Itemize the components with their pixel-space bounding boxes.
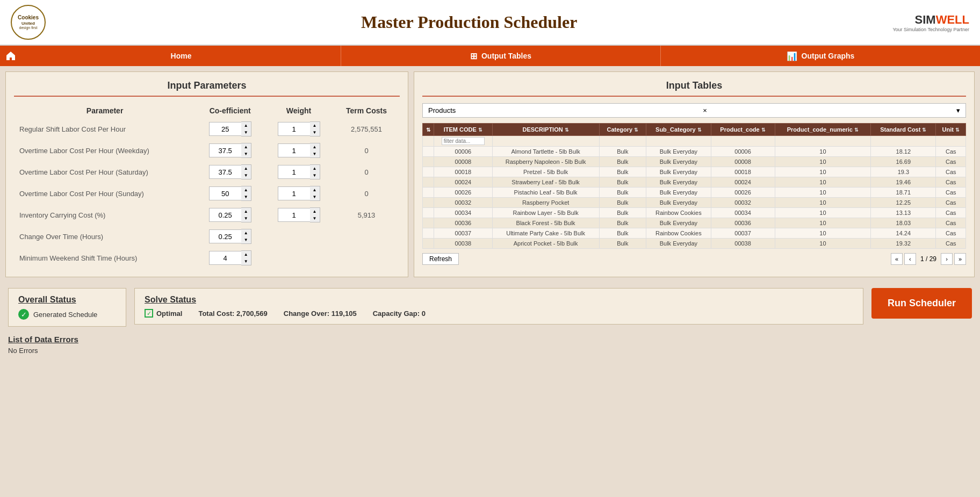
coefficient-input[interactable] [209,208,241,222]
refresh-button[interactable]: Refresh [422,253,459,265]
coefficient-spinner[interactable]: ▲▼ [201,121,259,136]
table-col-header[interactable]: Category ⇅ [599,124,646,136]
next-page-button[interactable]: › [941,253,953,265]
table-col-header[interactable]: Product_code ⇅ [711,124,775,136]
table-cell: Bulk [599,239,646,249]
weight-input[interactable] [278,186,310,200]
param-weight-cell[interactable]: ▲▼ [264,118,333,140]
weight-spinner-btns[interactable]: ▲▼ [310,143,320,158]
spinner-down[interactable]: ▼ [241,193,251,200]
spinner-btns[interactable]: ▲▼ [241,186,251,201]
param-coefficient-cell[interactable]: ▲▼ [196,161,264,183]
spinner-up[interactable]: ▲ [241,208,251,215]
table-col-header[interactable]: Standard Cost ⇅ [871,124,936,136]
sort-col-header[interactable]: ⇅ [423,124,434,136]
weight-spinner-btns[interactable]: ▲▼ [310,121,320,136]
last-page-button[interactable]: » [954,253,966,265]
spinner-down[interactable]: ▼ [241,172,251,179]
weight-spinner[interactable]: ▲▼ [270,164,328,179]
spinner-up[interactable]: ▲ [241,143,251,150]
prev-page-button[interactable]: ‹ [904,253,916,265]
param-coefficient-cell[interactable]: ▲▼ [196,226,264,247]
home-icon-btn[interactable] [0,46,21,66]
param-weight-cell[interactable] [264,226,333,247]
data-table-container[interactable]: ⇅ITEM CODE ⇅DESCRIPTION ⇅Category ⇅Sub_C… [422,123,966,249]
spinner-up[interactable]: ▲ [241,165,251,172]
coefficient-input[interactable] [209,143,241,157]
weight-spinner-down[interactable]: ▼ [310,193,320,200]
weight-spinner-up[interactable]: ▲ [310,143,320,150]
param-coefficient-cell[interactable]: ▲▼ [196,118,264,140]
spinner-up[interactable]: ▲ [241,122,251,129]
page-separator: / [926,255,929,263]
run-scheduler-button[interactable]: Run Scheduler [871,288,972,319]
weight-spinner-btns[interactable]: ▲▼ [310,186,320,201]
weight-input[interactable] [278,122,310,136]
spinner-btns[interactable]: ▲▼ [241,121,251,136]
weight-spinner-up[interactable]: ▲ [310,208,320,215]
param-weight-cell[interactable]: ▲▼ [264,161,333,183]
nav-output-graphs[interactable]: 📊 Output Graphs [661,46,980,66]
spinner-btns[interactable]: ▲▼ [241,250,251,265]
param-weight-cell[interactable]: ▲▼ [264,183,333,204]
param-coefficient-cell[interactable]: ▲▼ [196,183,264,204]
weight-spinner-down[interactable]: ▼ [310,215,320,222]
weight-input[interactable] [278,143,310,157]
table-col-header[interactable]: ITEM CODE ⇅ [434,124,493,136]
coefficient-input[interactable] [209,122,241,136]
weight-spinner[interactable]: ▲▼ [270,186,328,201]
spinner-btns[interactable]: ▲▼ [241,207,251,222]
dropdown-x-icon[interactable]: × [703,106,707,114]
spinner-down[interactable]: ▼ [241,150,251,157]
param-weight-cell[interactable] [264,247,333,269]
products-dropdown[interactable]: Products × ▾ [422,103,966,118]
coefficient-spinner[interactable]: ▲▼ [201,250,259,265]
weight-spinner[interactable]: ▲▼ [270,121,328,136]
filter-input[interactable] [442,137,485,145]
first-page-button[interactable]: « [891,253,903,265]
weight-spinner-btns[interactable]: ▲▼ [310,207,320,222]
table-col-header[interactable]: Sub_Category ⇅ [646,124,711,136]
spinner-btns[interactable]: ▲▼ [241,164,251,179]
coefficient-input[interactable] [209,229,241,243]
coefficient-spinner[interactable]: ▲▼ [201,143,259,158]
weight-spinner-down[interactable]: ▼ [310,172,320,179]
table-col-header[interactable]: Product_code_numeric ⇅ [775,124,871,136]
weight-spinner-btns[interactable]: ▲▼ [310,164,320,179]
coefficient-spinner[interactable]: ▲▼ [201,229,259,244]
param-coefficient-cell[interactable]: ▲▼ [196,140,264,161]
spinner-down[interactable]: ▼ [241,236,251,243]
coefficient-spinner[interactable]: ▲▼ [201,207,259,222]
weight-spinner[interactable]: ▲▼ [270,143,328,158]
spinner-down[interactable]: ▼ [241,258,251,265]
nav-output-tables[interactable]: ⊞ Output Tables [341,46,660,66]
weight-spinner-down[interactable]: ▼ [310,150,320,157]
coefficient-input[interactable] [209,251,241,265]
param-coefficient-cell[interactable]: ▲▼ [196,204,264,226]
weight-input[interactable] [278,208,310,222]
spinner-up[interactable]: ▲ [241,229,251,236]
spinner-btns[interactable]: ▲▼ [241,143,251,158]
param-coefficient-cell[interactable]: ▲▼ [196,247,264,269]
spinner-up[interactable]: ▲ [241,251,251,258]
spinner-btns[interactable]: ▲▼ [241,229,251,244]
weight-spinner-down[interactable]: ▼ [310,129,320,136]
spinner-up[interactable]: ▲ [241,186,251,193]
table-col-header[interactable]: DESCRIPTION ⇅ [492,124,599,136]
weight-spinner-up[interactable]: ▲ [310,122,320,129]
spinner-down[interactable]: ▼ [241,129,251,136]
table-col-header[interactable]: Unit ⇅ [936,124,966,136]
param-weight-cell[interactable]: ▲▼ [264,140,333,161]
dropdown-arrow-icon[interactable]: ▾ [956,106,960,114]
coefficient-input[interactable] [209,186,241,200]
weight-spinner[interactable]: ▲▼ [270,207,328,222]
param-weight-cell[interactable]: ▲▼ [264,204,333,226]
spinner-down[interactable]: ▼ [241,215,251,222]
weight-spinner-up[interactable]: ▲ [310,186,320,193]
weight-input[interactable] [278,165,310,179]
coefficient-input[interactable] [209,165,241,179]
weight-spinner-up[interactable]: ▲ [310,165,320,172]
coefficient-spinner[interactable]: ▲▼ [201,164,259,179]
coefficient-spinner[interactable]: ▲▼ [201,186,259,201]
nav-home[interactable]: Home [21,46,341,66]
